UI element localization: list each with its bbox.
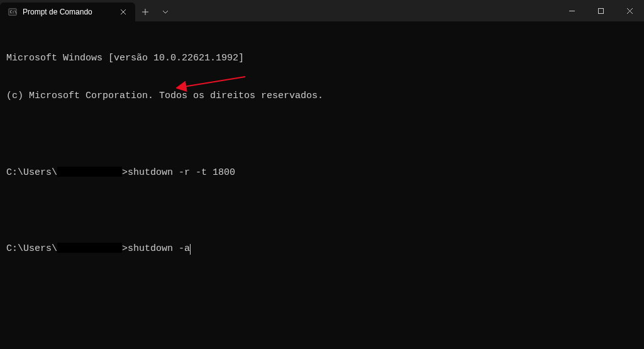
svg-rect-7 — [598, 8, 603, 13]
terminal-output[interactable]: Microsoft Windows [versão 10.0.22621.199… — [0, 21, 644, 299]
blank-line — [6, 204, 638, 217]
close-window-button[interactable] — [615, 0, 644, 21]
tab-close-button[interactable] — [118, 6, 129, 18]
terminal-tab[interactable]: C:\ Prompt de Comando — [0, 3, 135, 21]
prompt1-prefix: C:\Users\ — [6, 167, 57, 178]
title-bar-left: C:\ Prompt de Comando — [0, 0, 175, 21]
tab-title: Prompt de Comando — [23, 8, 113, 16]
window-controls — [557, 0, 644, 21]
redacted-user-2 — [57, 243, 122, 253]
svg-line-11 — [184, 77, 245, 87]
redacted-user-1 — [57, 167, 122, 177]
command-1: shutdown -r -t 1800 — [128, 167, 235, 178]
prompt-line-1: C:\Users\>shutdown -r -t 1800 — [6, 167, 638, 179]
cmd-icon: C:\ — [8, 7, 18, 17]
copyright-line: (c) Microsoft Corporation. Todos os dire… — [6, 90, 638, 102]
prompt2-suffix: > — [122, 243, 128, 254]
maximize-button[interactable] — [586, 0, 615, 21]
version-line: Microsoft Windows [versão 10.0.22621.199… — [6, 52, 638, 65]
new-tab-button[interactable] — [135, 3, 155, 21]
tab-dropdown-button[interactable] — [155, 3, 175, 21]
minimize-button[interactable] — [557, 0, 586, 21]
blank-line — [6, 128, 638, 141]
text-cursor — [190, 244, 191, 255]
prompt-line-2: C:\Users\>shutdown -a — [6, 243, 638, 255]
prompt2-prefix: C:\Users\ — [6, 243, 57, 254]
command-2: shutdown -a — [128, 243, 190, 254]
title-bar: C:\ Prompt de Comando — [0, 0, 644, 21]
prompt1-suffix: > — [122, 167, 128, 178]
svg-text:C:\: C:\ — [10, 9, 17, 14]
